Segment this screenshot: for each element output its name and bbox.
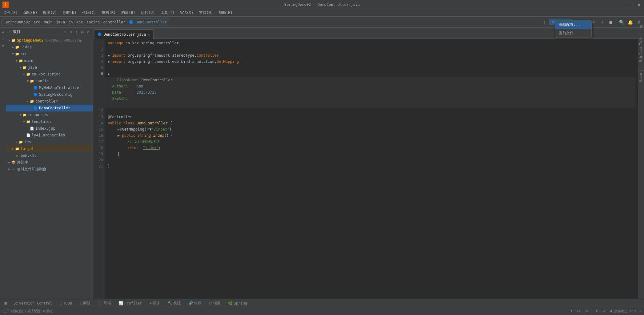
- code-line-1: package cn.kox.spring.controller;: [108, 40, 635, 46]
- tree-item-external-libs[interactable]: ▶ 📦 外部库: [6, 159, 93, 166]
- dropdown-item-edit-config[interactable]: 编辑配置...: [555, 21, 591, 29]
- breadcrumb-main[interactable]: main: [44, 20, 53, 24]
- breadcrumb-kox[interactable]: kox: [76, 20, 83, 24]
- services-icon: ⚙: [150, 301, 152, 305]
- panel-options-button[interactable]: ⚙: [80, 29, 84, 35]
- bottom-tab-profiler[interactable]: 📊 Profiler: [116, 301, 145, 306]
- stop-button[interactable]: ■: [607, 18, 615, 26]
- profiler-icon: 📊: [118, 301, 123, 305]
- code-line-14: public class DemoController {: [108, 120, 635, 126]
- menu-run[interactable]: 运行(U): [138, 10, 158, 16]
- right-sidebar-hints[interactable]: 提示: [638, 28, 644, 33]
- bottom-tab-spring[interactable]: 🌿 Spring: [226, 301, 250, 306]
- maximize-button[interactable]: ❐: [630, 2, 635, 7]
- breadcrumb-project[interactable]: SpringDemo02: [3, 20, 30, 24]
- panel-close-button[interactable]: ✕: [86, 29, 90, 35]
- bottom-tab-problems[interactable]: ⚠ 问题: [77, 300, 93, 306]
- tree-item-pom[interactable]: ▶ m pom.xml: [6, 152, 93, 159]
- bottom-tab-build[interactable]: 🔨 构建: [165, 300, 183, 306]
- left-sidebar-icons: ≡ ☆ ⊞: [0, 28, 6, 299]
- breadcrumb-java[interactable]: java: [56, 20, 65, 24]
- sidebar-bookmark-icon[interactable]: ☆: [0, 36, 6, 41]
- right-sidebar-maven[interactable]: Maven: [638, 70, 644, 85]
- project-dropdown-icon[interactable]: ▾: [64, 30, 66, 34]
- menu-tools[interactable]: 工具(T): [158, 10, 177, 16]
- menu-file[interactable]: 文件(F): [1, 10, 20, 16]
- menu-window[interactable]: 窗口(W): [197, 10, 216, 16]
- sidebar-structure-icon[interactable]: ⊞: [0, 42, 6, 48]
- dropdown-item-current-file[interactable]: 当前文件: [555, 29, 591, 37]
- tree-item-lo4j[interactable]: ▶ 📄 lo4j.properties: [6, 132, 93, 139]
- menu-view[interactable]: 视图(V): [40, 10, 59, 16]
- notifications-button[interactable]: 🔔: [626, 18, 634, 26]
- code-editor[interactable]: 1 2 3 4 5 6 12 13 14 15 16 17 18 19 20: [93, 39, 638, 299]
- minimize-button[interactable]: —: [624, 2, 629, 7]
- status-check-icon[interactable]: ✓: [639, 309, 642, 313]
- menu-edit[interactable]: 编辑(E): [21, 10, 40, 16]
- code-line-2: [108, 46, 635, 52]
- bottom-tab-todo[interactable]: ☑ TODO: [57, 301, 74, 306]
- menu-code[interactable]: 代码(C): [80, 10, 99, 16]
- profile-button[interactable]: ⚡: [598, 18, 606, 26]
- tree-item-target[interactable]: ▶ 📁 target: [6, 145, 93, 152]
- tree-item-main[interactable]: ▼ 📁 main: [6, 57, 93, 64]
- bottom-tab-dependencies[interactable]: 🔗 依赖: [186, 300, 204, 306]
- bottom-tab-services[interactable]: ⚙ 服务: [147, 300, 163, 306]
- line-num-12: 12: [93, 108, 103, 114]
- menu-build[interactable]: 构建(B): [119, 10, 138, 16]
- status-position[interactable]: 13:14: [570, 309, 581, 313]
- breadcrumb-cn[interactable]: cn: [68, 20, 73, 24]
- breadcrumb-democontroller[interactable]: 🔵 DemoController: [129, 20, 167, 24]
- tree-item-cn-kox-spring[interactable]: ▼ 📁 cn.kox.spring: [6, 71, 93, 78]
- breadcrumb-controller[interactable]: controller: [103, 20, 125, 24]
- close-button[interactable]: ✕: [637, 2, 642, 7]
- sidebar-project-icon[interactable]: ≡: [0, 29, 6, 34]
- tree-label-templates: templates: [32, 119, 52, 124]
- tree-item-config[interactable]: ▼ 📁 config: [6, 78, 93, 84]
- tree-item-src[interactable]: ▼ 📁 src: [6, 50, 93, 57]
- tree-item-test[interactable]: ▶ 📁 test: [6, 139, 93, 145]
- menu-vcs[interactable]: VCS(S): [178, 10, 196, 16]
- tree-item-idea[interactable]: ▶ 📁 .idea: [6, 44, 93, 50]
- code-content[interactable]: package cn.kox.spring.controller; ▶ impo…: [105, 39, 638, 299]
- tree-item-templates[interactable]: ▼ 📁 templates: [6, 118, 93, 125]
- bottom-left-icon[interactable]: ⊞: [2, 301, 9, 306]
- tree-label-lo4j: lo4j.properties: [32, 133, 65, 137]
- menu-navigate[interactable]: 导航(N): [60, 10, 79, 16]
- right-sidebar-bigdata[interactable]: Big Data Tools: [638, 33, 644, 64]
- tree-item-controller[interactable]: ▼ 📁 controller: [6, 98, 93, 105]
- status-indent[interactable]: 4 空格缩进 ∧19: [610, 309, 636, 313]
- bottom-tab-versioncontrol[interactable]: ⎇ Version Control: [11, 301, 55, 306]
- tree-item-indexjsp[interactable]: ▶ 📄 index.jsp: [6, 125, 93, 132]
- editor-tab-democontroller[interactable]: 🔵 DemoController.java ✕: [94, 30, 154, 39]
- tree-item-scratches[interactable]: ▶ ⊙ 临时文件和控制台: [6, 166, 93, 172]
- menu-help[interactable]: 帮助(H): [216, 10, 235, 16]
- config-folder-icon: 📁: [30, 79, 34, 83]
- code-line-8: Author: Kox: [105, 83, 635, 89]
- tree-label-idea: .idea: [21, 45, 32, 49]
- bottom-tab-terminal[interactable]: ⬛ 终端: [95, 300, 114, 306]
- menu-refactor[interactable]: 重构(R): [99, 10, 118, 16]
- tree-item-root[interactable]: ▼ 📁 SpringDemo02 D:\01Major\00Code\Sp: [6, 37, 93, 44]
- line-num-10: [93, 95, 103, 102]
- arrow-templates: ▼: [22, 120, 26, 123]
- status-line-ending[interactable]: CRLF: [584, 309, 593, 313]
- search-button[interactable]: 🔍: [618, 18, 626, 26]
- status-encoding[interactable]: UTF-8: [596, 309, 606, 313]
- tree-item-java[interactable]: ▼ 📁 java: [6, 64, 93, 71]
- tree-item-mywebapp[interactable]: ▶ 🔵 MyWebAppInitializer: [6, 84, 93, 91]
- bottom-tab-endpoints[interactable]: ⬡ 端点: [206, 300, 223, 306]
- controller-folder-icon: 📁: [30, 99, 34, 104]
- breadcrumb-spring[interactable]: spring: [86, 20, 100, 24]
- vcs-update-button[interactable]: ↑: [540, 18, 548, 26]
- tab-close-button[interactable]: ✕: [148, 32, 150, 37]
- locate-file-button[interactable]: ⊕: [69, 29, 73, 35]
- settings-button[interactable]: ⚙: [635, 18, 643, 26]
- tree-item-resources[interactable]: ▼ 📁 resources: [6, 111, 93, 118]
- tree-item-democontroller[interactable]: ▶ 🔵 DemoController: [6, 105, 93, 111]
- collapse-all-button[interactable]: ↕: [74, 29, 79, 35]
- tree-item-springmvc[interactable]: ▶ 🔵 SpringMvcConfig: [6, 91, 93, 98]
- code-line-4: ▶ import org.springframework.web.bind.an…: [108, 59, 635, 65]
- breadcrumb-src[interactable]: src: [34, 20, 40, 24]
- toolbar-separator: [616, 19, 616, 25]
